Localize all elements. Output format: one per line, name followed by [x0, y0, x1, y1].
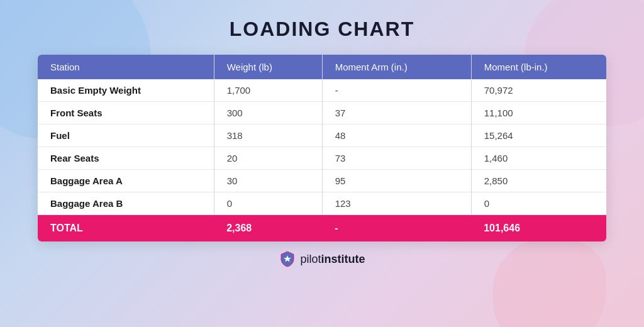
cell-weight: 300	[214, 102, 322, 125]
brand-logo: pilotinstitute	[279, 250, 365, 268]
cell-moment: 2,850	[471, 170, 606, 192]
loading-chart-table: Station Weight (lb) Moment Arm (in.) Mom…	[38, 55, 606, 241]
main-container: LOADING CHART Station Weight (lb) Moment…	[0, 0, 644, 327]
cell-moment-arm: 123	[322, 192, 471, 215]
cell-moment: 0	[471, 192, 606, 215]
table-row: Front Seats3003711,100	[38, 102, 606, 125]
footer: pilotinstitute	[279, 250, 365, 268]
table-header-row: Station Weight (lb) Moment Arm (in.) Mom…	[38, 55, 606, 79]
loading-chart-table-wrapper: Station Weight (lb) Moment Arm (in.) Mom…	[38, 55, 606, 241]
table-row: Baggage Area B01230	[38, 192, 606, 215]
cell-weight: 318	[214, 125, 322, 147]
col-header-moment-arm: Moment Arm (in.)	[322, 55, 471, 79]
cell-moment: 1,460	[471, 147, 606, 170]
col-header-station: Station	[38, 55, 214, 79]
cell-moment-arm: 48	[322, 125, 471, 147]
cell-moment-arm: -	[322, 79, 471, 102]
brand-text: pilotinstitute	[300, 253, 365, 266]
brand-pilot: pilot	[300, 253, 321, 265]
cell-moment-arm: 73	[322, 147, 471, 170]
table-row: Rear Seats20731,460	[38, 147, 606, 170]
brand-institute: institute	[321, 253, 365, 265]
shield-star-icon	[279, 250, 296, 268]
table-row: Baggage Area A30952,850	[38, 170, 606, 192]
total-weight: 2,368	[214, 215, 322, 242]
table-row: Basic Empty Weight1,700-70,972	[38, 79, 606, 102]
col-header-weight: Weight (lb)	[214, 55, 322, 79]
table-row: Fuel3184815,264	[38, 125, 606, 147]
total-moment-arm: -	[322, 215, 471, 242]
cell-station: Baggage Area A	[38, 170, 214, 192]
cell-station: Front Seats	[38, 102, 214, 125]
cell-station: Basic Empty Weight	[38, 79, 214, 102]
cell-moment-arm: 37	[322, 102, 471, 125]
cell-moment: 70,972	[471, 79, 606, 102]
cell-station: Baggage Area B	[38, 192, 214, 215]
cell-moment-arm: 95	[322, 170, 471, 192]
cell-weight: 1,700	[214, 79, 322, 102]
cell-weight: 30	[214, 170, 322, 192]
cell-station: Fuel	[38, 125, 214, 147]
cell-weight: 20	[214, 147, 322, 170]
total-moment: 101,646	[471, 215, 606, 242]
total-label: TOTAL	[38, 215, 214, 242]
total-row: TOTAL2,368-101,646	[38, 215, 606, 242]
cell-weight: 0	[214, 192, 322, 215]
page-title: LOADING CHART	[230, 18, 414, 41]
cell-station: Rear Seats	[38, 147, 214, 170]
cell-moment: 15,264	[471, 125, 606, 147]
col-header-moment: Moment (lb-in.)	[471, 55, 606, 79]
cell-moment: 11,100	[471, 102, 606, 125]
